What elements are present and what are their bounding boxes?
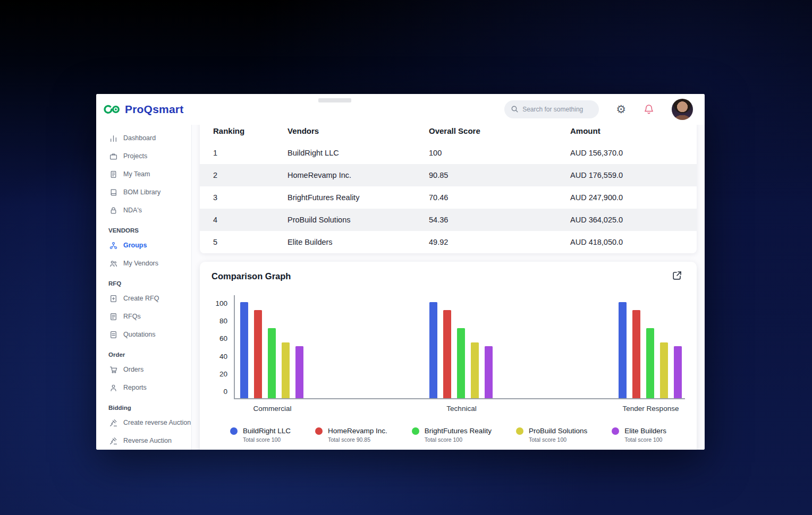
my-vendors-icon [109,260,117,268]
chart-groups: CommercialTechnicalTender Response [235,295,685,398]
search-icon [511,105,519,113]
legend-total-score: Total score 100 [425,436,492,443]
sidebar-item-reports[interactable]: Reports [96,379,191,397]
sidebar-item-label: Reports [123,384,147,391]
bar-brightfutures-reality-commercial [268,328,276,398]
category-label-tender-response: Tender Response [623,405,679,413]
sidebar-item-label: Projects [123,152,147,160]
sidebar-item-bom-library[interactable]: BOM Library [96,183,191,201]
sidebar-item-projects[interactable]: Projects [96,147,191,165]
search-box[interactable] [504,100,599,118]
sidebar-item-label: Groups [123,242,147,249]
y-tick-40: 40 [219,353,227,360]
legend-name: ProBuild Solutions [529,427,587,435]
table-row-homerevamp-inc[interactable]: 2HomeRevamp Inc.90.85AUD 176,559.0 [200,164,697,186]
cell-ranking: 5 [200,238,274,246]
sidebar-item-rfqs[interactable]: RFQs [96,307,191,325]
sidebar-item-label: Reverse Auction [123,437,172,444]
cell-amount: AUD 176,559.0 [557,171,697,179]
sidebar-item-label: BOM Library [123,188,160,196]
legend-dot [230,427,238,435]
orders-icon [109,366,117,374]
projects-icon [109,152,117,160]
sidebar-section-order: Order [96,344,191,360]
app-window: ProQsmart ⚙ DashboardProjectsMy [96,94,705,450]
cell-amount: AUD 418,050.0 [557,238,697,246]
vendor-ranking-table: RankingVendorsOverall ScoreAmount 1Build… [200,125,697,253]
bom-library-icon [109,188,117,196]
cell-vendors: BuildRight LLC [274,149,416,157]
cell-overall-score: 100 [416,149,557,157]
category-label-technical: Technical [446,405,476,413]
legend-name: HomeRevamp Inc. [328,427,387,435]
sidebar-item-nda-s[interactable]: NDA's [96,201,191,219]
sidebar-item-create-rfq[interactable]: Create RFQ [96,289,191,307]
bar-elite-builders-technical [485,346,493,398]
app-title: ProQsmart [125,103,183,116]
sidebar-item-my-vendors[interactable]: My Vendors [96,254,191,272]
table-row-brightfutures-reality[interactable]: 3BrightFutures Reality70.46AUD 247,900.0 [200,186,697,209]
gavel-icon [109,437,117,445]
legend-item-homerevamp-inc[interactable]: HomeRevamp Inc.Total score 90.85 [315,427,387,443]
bar-probuild-solutions-technical [471,342,479,398]
cell-vendors: Elite Builders [274,238,416,246]
legend-item-buildright-llc[interactable]: BuildRight LLCTotal score 100 [230,427,291,443]
sidebar-section-vendors: VENDORS [96,219,191,236]
sidebar-item-label: Orders [123,366,143,373]
legend-name: Elite Builders [624,427,666,435]
sidebar-item-reverse-auction[interactable]: Reverse Auction [96,432,191,450]
table-row-probuild-solutions[interactable]: 4ProBuild Solutions54.36AUD 364,025.0 [200,209,697,231]
column-header-vendors: Vendors [274,126,416,135]
notifications-bell-icon[interactable] [643,104,655,115]
sidebar-item-label: Create RFQ [123,295,159,302]
legend-name: BrightFutures Reality [425,427,492,435]
bar-elite-builders-tender-response [674,346,682,398]
legend-item-elite-builders[interactable]: Elite BuildersTotal score 100 [612,427,666,443]
bar-brightfutures-reality-tender-response [646,328,654,398]
sidebar-item-quotations[interactable]: Quotations [96,325,191,344]
cell-overall-score: 90.85 [416,171,557,179]
bar-brightfutures-reality-technical [457,328,465,398]
sidebar-item-create-reverse-auction[interactable]: Create reverse Auction [96,414,191,432]
table-row-elite-builders[interactable]: 5Elite Builders49.92AUD 418,050.0 [200,231,697,253]
cell-amount: AUD 364,025.0 [557,216,697,224]
sidebar-item-my-team[interactable]: My Team [96,165,191,183]
legend-item-probuild-solutions[interactable]: ProBuild SolutionsTotal score 100 [516,427,587,443]
sidebar-item-label: My Team [123,170,150,178]
reports-icon [109,384,117,392]
quotations-icon [109,331,117,339]
column-header-ranking: Ranking [200,126,274,135]
chart-group-tender-response: Tender Response [619,295,683,398]
bar-buildright-llc-commercial [240,302,248,398]
y-tick-60: 60 [219,334,227,342]
app-logo[interactable]: ProQsmart [104,103,183,116]
sidebar-item-label: NDA's [123,207,142,214]
bar-probuild-solutions-commercial [282,342,290,398]
sidebar-item-label: Create reverse Auction [123,419,191,426]
cell-vendors: HomeRevamp Inc. [274,171,416,179]
cell-ranking: 2 [200,171,274,179]
cell-ranking: 3 [200,193,274,202]
sidebar-item-label: Dashboard [123,134,156,142]
legend-item-brightfutures-reality[interactable]: BrightFutures RealityTotal score 100 [412,427,492,443]
settings-gear-icon[interactable]: ⚙ [616,104,626,115]
bar-homerevamp-inc-tender-response [632,310,640,398]
chart-y-axis: 020406080100 [212,295,234,399]
sidebar-nav: DashboardProjectsMy TeamBOM LibraryNDA's… [96,125,192,450]
sidebar-item-dashboard[interactable]: Dashboard [96,129,191,147]
cell-vendors: BrightFutures Reality [274,193,416,202]
sidebar-item-groups[interactable]: Groups [96,236,191,254]
user-avatar[interactable] [672,99,693,120]
legend-name: BuildRight LLC [243,427,291,435]
legend-total-score: Total score 100 [529,436,587,443]
column-header-overall-score: Overall Score [416,126,557,135]
expand-graph-icon[interactable] [670,269,684,283]
y-tick-100: 100 [215,299,227,307]
gavel-icon [109,419,117,427]
cell-amount: AUD 247,900.0 [557,193,697,202]
sidebar-item-orders[interactable]: Orders [96,360,191,379]
rfqs-icon [109,313,117,321]
legend-dot [612,427,619,435]
legend-total-score: Total score 100 [624,436,666,443]
table-row-buildright-llc[interactable]: 1BuildRight LLC100AUD 156,370.0 [200,142,697,164]
